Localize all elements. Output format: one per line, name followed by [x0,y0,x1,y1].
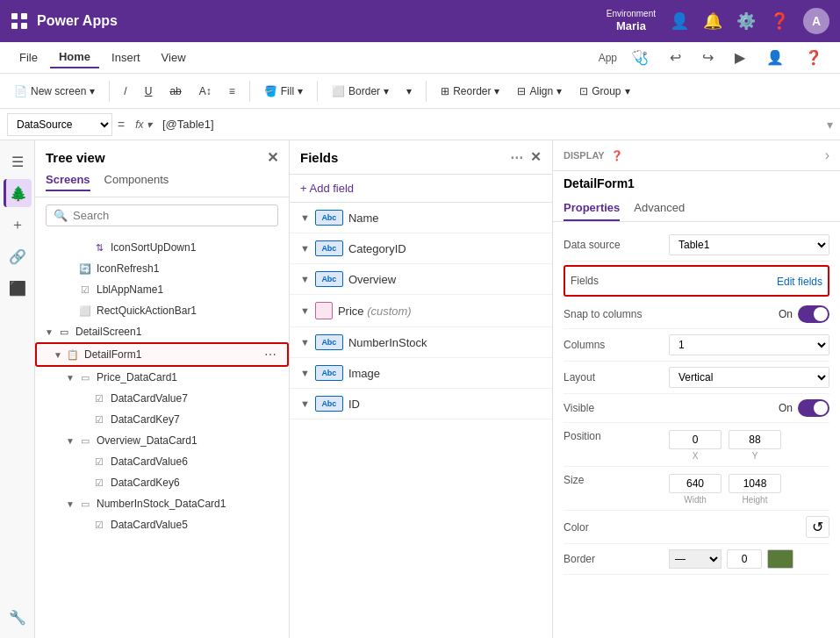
tree-item-dataCardKey6[interactable]: ☑ DataCardKey6 [35,472,289,493]
tree-panel-close[interactable]: ✕ [267,149,278,166]
notification-icon[interactable]: 🔔 [703,11,722,31]
tab-advanced[interactable]: Advanced [634,196,685,221]
reorder-button[interactable]: ⊞ Reorder ▾ [434,82,506,101]
tree-item-lblAppName1[interactable]: ☑ LblAppName1 [35,279,289,300]
menu-view[interactable]: View [153,47,195,68]
fx-button[interactable]: fx ▾ [130,117,157,133]
fill-button[interactable]: 🪣 Fill ▾ [257,82,310,101]
snap-toggle[interactable] [798,305,829,323]
edit-icon-btn[interactable]: / [117,82,133,101]
underline-btn[interactable]: U [138,82,160,101]
toggle-icon[interactable]: ▼ [42,327,56,337]
border-value-input[interactable] [727,549,762,569]
size-width-input[interactable] [669,474,722,493]
toggle-icon[interactable]: ▼ [63,499,77,509]
toolbar-sep-4 [426,81,427,102]
field-item-categoryid[interactable]: ▼ Abc CategoryID [290,233,552,264]
field-selector[interactable]: DataSource [7,113,112,136]
align-btn[interactable]: ≡ [222,82,242,101]
field-item-image[interactable]: ▼ Abc Image [290,358,552,389]
stethoscope-icon[interactable]: 🩺 [624,46,656,69]
tree-item-iconSortUpDown1[interactable]: ⇅ IconSortUpDown1 [35,237,289,258]
field-item-price[interactable]: ▼ Price (custom) [290,295,552,327]
edit-fields-link[interactable]: Edit fields [777,276,822,288]
tree-item-rectQuickActionBar1[interactable]: ⬜ RectQuickActionBar1 [35,300,289,321]
undo-icon[interactable]: ↩ [663,46,688,69]
top-nav-icons: 👤 🔔 ⚙️ ❓ A [670,8,829,34]
tree-item-numberInStock-datacard1[interactable]: ▼ ▭ NumberInStock_DataCard1 [35,493,289,514]
new-screen-button[interactable]: 📄 New screen ▾ [7,82,102,101]
help-circle-icon[interactable]: ❓ [611,150,623,161]
tree-item-overview-datacard1[interactable]: ▼ ▭ Overview_DataCard1 [35,430,289,451]
sidebar-menu-icon[interactable]: ☰ [4,147,32,176]
position-y-input[interactable] [729,430,781,449]
menu-insert[interactable]: Insert [103,47,149,68]
field-item-numberinstock[interactable]: ▼ Abc NumberInStock [290,327,552,358]
fields-more-icon[interactable]: ⋯ [510,149,523,165]
border-style-select[interactable]: — [669,549,722,569]
field-item-name[interactable]: ▼ Abc Name [290,203,552,233]
svg-rect-0 [11,13,18,19]
help-icon[interactable]: ❓ [770,11,789,31]
item-context-menu[interactable]: ⋯ [261,348,280,362]
tree-item-detailScreen1[interactable]: ▼ ▭ DetailScreen1 [35,321,289,342]
toggle-icon[interactable]: ▼ [63,436,77,446]
tree-item-dataCardValue6[interactable]: ☑ DataCardValue6 [35,451,289,472]
search-input[interactable] [73,209,270,222]
person-icon[interactable]: 👤 [759,46,791,69]
columns-select[interactable]: 1 [669,334,829,355]
item-icon-rect: ⬜ [77,303,93,319]
props-content: Data source Table1 Fields Edit fields [553,222,840,582]
prop-label-columns: Columns [564,339,669,351]
expand-panel-icon[interactable]: › [825,147,829,163]
help-topbar-icon[interactable]: ❓ [798,46,829,69]
tree-item-detailForm1[interactable]: ▼ 📋 DetailForm1 ⋯ [35,342,289,367]
tree-item-dataCardValue5[interactable]: ☑ DataCardValue5 [35,514,289,535]
toggle-icon[interactable]: ▼ [63,373,77,383]
tree-item-iconRefresh1[interactable]: 🔄 IconRefresh1 [35,258,289,279]
menu-file[interactable]: File [11,47,47,68]
tab-screens[interactable]: Screens [46,173,90,191]
item-name: IconRefresh1 [97,262,282,275]
border-color-swatch[interactable] [767,549,793,569]
fields-close-icon[interactable]: ✕ [530,149,542,165]
tab-components[interactable]: Components [104,173,169,191]
group-chevron: ▾ [625,85,630,97]
sidebar-media-icon[interactable]: ⬛ [4,274,32,302]
redo-icon[interactable]: ↪ [695,46,721,69]
settings-icon[interactable]: ⚙️ [736,11,756,31]
font-size-btn[interactable]: A↕ [192,82,219,101]
tab-properties[interactable]: Properties [564,196,620,221]
add-field-button[interactable]: + Add field [290,175,552,203]
border-button[interactable]: ⬜ Border ▾ [325,82,396,101]
layout-select[interactable]: Vertical [669,367,829,388]
apps-icon[interactable] [11,12,28,30]
formula-input[interactable] [162,118,822,131]
play-icon[interactable]: ▶ [728,46,752,69]
align-button[interactable]: ⊟ Align ▾ [510,82,569,101]
field-item-overview[interactable]: ▼ Abc Overview [290,264,552,295]
sidebar-publish-icon[interactable]: 🔧 [4,603,32,631]
menu-bar-right: App 🩺 ↩ ↪ ▶ 👤 ❓ [599,46,829,69]
tree-item-price-datacard1[interactable]: ▼ ▭ Price_DataCard1 [35,367,289,388]
tree-item-dataCardKey7[interactable]: ☑ DataCardKey7 [35,409,289,430]
color-picker-icon[interactable]: ↺ [806,516,829,538]
more-btn[interactable]: ▾ [399,82,419,101]
sidebar-plus-icon[interactable]: ＋ [4,211,32,239]
person-outline-icon[interactable]: 👤 [670,11,689,31]
formula-expand-icon[interactable]: ▾ [827,118,833,132]
visible-toggle[interactable] [798,399,829,417]
strikethrough-btn[interactable]: ab [162,82,188,101]
sidebar-tree-icon[interactable]: 🌲 [4,179,32,207]
tree-item-dataCardValue7[interactable]: ☑ DataCardValue7 [35,388,289,409]
group-button[interactable]: ⊡ Group ▾ [572,82,636,101]
position-x-input[interactable] [669,430,722,449]
toggle-icon[interactable]: ▼ [51,350,65,360]
size-height-input[interactable] [729,474,781,493]
app-title: Power Apps [37,13,607,29]
field-item-id[interactable]: ▼ Abc ID [290,389,552,419]
avatar[interactable]: A [803,8,829,34]
datasource-select[interactable]: Table1 [669,234,829,255]
sidebar-data-icon[interactable]: 🔗 [4,242,32,270]
menu-home[interactable]: Home [50,47,99,68]
